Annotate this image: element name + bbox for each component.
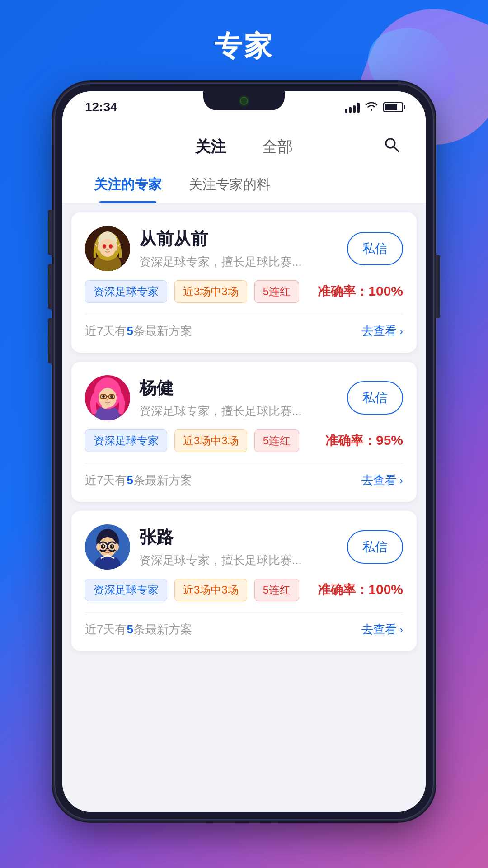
- accuracy-3: 准确率：100%: [318, 581, 403, 599]
- svg-point-21: [102, 395, 105, 398]
- svg-point-23: [107, 399, 109, 401]
- card-footer-1: 近7天有5条最新方案 去查看 ›: [85, 314, 403, 339]
- expert-desc-1: 资深足球专家，擅长足球比赛...: [139, 254, 338, 270]
- svg-point-6: [99, 239, 116, 257]
- expert-header-2: 杨健 资深足球专家，擅长足球比赛... 私信: [85, 375, 403, 420]
- search-icon: [383, 136, 401, 154]
- recent-plans-3: 近7天有5条最新方案: [85, 622, 192, 637]
- battery-fill: [385, 104, 397, 110]
- accuracy-label-3: 准确率：: [318, 583, 368, 597]
- svg-point-24: [102, 403, 109, 409]
- wifi-icon: [365, 101, 378, 113]
- page-title-area: 专家: [0, 0, 488, 83]
- accuracy-value-3: 100%: [368, 582, 403, 597]
- tag-senior-3: 资深足球专家: [85, 579, 167, 601]
- status-icons: [345, 101, 403, 113]
- status-bar: 12:34: [62, 91, 426, 123]
- card-footer-2: 近7天有5条最新方案 去查看 ›: [85, 463, 403, 488]
- recent-plans-2: 近7天有5条最新方案: [85, 472, 192, 488]
- tag-recent-3: 近3场中3场: [174, 579, 247, 601]
- camera-dot: [240, 97, 248, 105]
- tag-senior-2: 资深足球专家: [85, 429, 167, 452]
- svg-point-40: [114, 543, 119, 551]
- recent-plans-1: 近7天有5条最新方案: [85, 323, 192, 339]
- svg-point-22: [110, 395, 113, 398]
- tag-recent-2: 近3场中3场: [174, 429, 247, 452]
- sub-tab-followed-experts[interactable]: 关注的专家: [80, 166, 175, 203]
- expert-avatar-2: [85, 375, 130, 420]
- card-footer-3: 近7天有5条最新方案 去查看 ›: [85, 612, 403, 637]
- view-btn-1[interactable]: 去查看 ›: [361, 323, 403, 339]
- accuracy-label-1: 准确率：: [318, 284, 368, 298]
- accuracy-value-2: 95%: [376, 433, 403, 448]
- expert-card-3: 张路 资深足球专家，擅长足球比赛... 私信 资深足球专家 近3场中3场 5连红…: [71, 511, 417, 651]
- status-time: 12:34: [85, 100, 117, 114]
- accuracy-label-2: 准确率：: [325, 434, 376, 448]
- tags-row-2: 资深足球专家 近3场中3场 5连红 准确率：95%: [85, 429, 403, 452]
- tag-streak-1: 5连红: [254, 280, 299, 303]
- tag-senior-1: 资深足球专家: [85, 280, 167, 303]
- svg-point-10: [110, 245, 112, 247]
- svg-point-38: [106, 549, 109, 551]
- content-area: 从前从前 资深足球专家，擅长足球比赛... 私信 资深足球专家 近3场中3场 5…: [62, 203, 426, 812]
- signal-icon: [345, 102, 360, 113]
- svg-point-36: [103, 545, 104, 547]
- main-nav: 关注 全部: [62, 123, 426, 166]
- accuracy-2: 准确率：95%: [325, 432, 403, 449]
- accuracy-1: 准确率：100%: [318, 283, 403, 300]
- phone-frame: 12:34: [54, 83, 434, 820]
- notch: [203, 91, 285, 110]
- view-btn-3[interactable]: 去查看 ›: [361, 622, 403, 637]
- expert-name-2: 杨健: [139, 377, 338, 400]
- svg-point-39: [96, 543, 101, 551]
- expert-avatar-1: [85, 226, 130, 271]
- expert-header-1: 从前从前 资深足球专家，擅长足球比赛... 私信: [85, 226, 403, 271]
- nav-tab-all[interactable]: 全部: [262, 132, 293, 162]
- tags-row-3: 资深足球专家 近3场中3场 5连红 准确率：100%: [85, 579, 403, 601]
- svg-line-1: [394, 146, 399, 151]
- search-button[interactable]: [380, 133, 403, 156]
- nav-tab-follow[interactable]: 关注: [195, 132, 226, 162]
- svg-point-13: [114, 245, 117, 251]
- svg-point-11: [106, 249, 109, 250]
- chevron-right-icon: ›: [399, 325, 403, 338]
- expert-name-1: 从前从前: [139, 227, 338, 250]
- chevron-right-icon-3: ›: [399, 623, 403, 636]
- svg-point-9: [103, 245, 105, 247]
- expert-desc-3: 资深足球专家，擅长足球比赛...: [139, 552, 338, 568]
- expert-desc-2: 资深足球专家，擅长足球比赛...: [139, 403, 338, 419]
- tag-streak-2: 5连红: [254, 429, 299, 452]
- private-msg-btn-1[interactable]: 私信: [347, 232, 403, 265]
- expert-name-3: 张路: [139, 526, 338, 549]
- tag-streak-3: 5连红: [254, 579, 299, 601]
- expert-card-2: 杨健 资深足球专家，擅长足球比赛... 私信 资深足球专家 近3场中3场 5连红…: [71, 362, 417, 502]
- expert-header-3: 张路 资深足球专家，擅长足球比赛... 私信: [85, 524, 403, 570]
- battery-icon: [383, 102, 403, 112]
- expert-info-3: 张路 资深足球专家，擅长足球比赛...: [139, 526, 338, 568]
- expert-info-1: 从前从前 资深足球专家，擅长足球比赛...: [139, 227, 338, 270]
- tag-recent-1: 近3场中3场: [174, 280, 247, 303]
- svg-point-12: [98, 245, 101, 251]
- chevron-right-icon-2: ›: [399, 474, 403, 487]
- expert-info-2: 杨健 资深足球专家，擅长足球比赛...: [139, 377, 338, 419]
- expert-avatar-3: [85, 524, 130, 570]
- phone-screen: 12:34: [62, 91, 426, 812]
- svg-point-34: [101, 544, 105, 549]
- sub-tabs: 关注的专家 关注专家的料: [62, 166, 426, 203]
- svg-point-37: [112, 545, 113, 547]
- view-btn-2[interactable]: 去查看 ›: [361, 472, 403, 488]
- tags-row-1: 资深足球专家 近3场中3场 5连红 准确率：100%: [85, 280, 403, 303]
- sub-tab-experts-tips[interactable]: 关注专家的料: [175, 166, 284, 203]
- private-msg-btn-2[interactable]: 私信: [347, 381, 403, 415]
- page-title: 专家: [214, 30, 274, 61]
- svg-point-35: [110, 544, 114, 549]
- accuracy-value-1: 100%: [368, 283, 403, 298]
- private-msg-btn-3[interactable]: 私信: [347, 530, 403, 564]
- expert-card-1: 从前从前 资深足球专家，擅长足球比赛... 私信 资深足球专家 近3场中3场 5…: [71, 212, 417, 353]
